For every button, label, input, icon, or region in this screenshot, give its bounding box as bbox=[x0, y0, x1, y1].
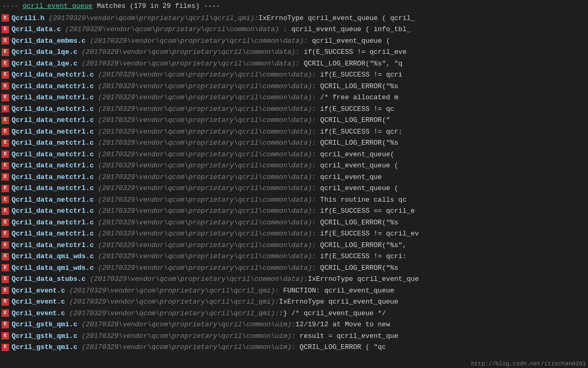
table-row[interactable]: E Qcril_gstk_qmi.c (20170329\vendor\qcom… bbox=[0, 319, 588, 331]
error-icon: E bbox=[2, 344, 9, 351]
table-row[interactable]: E Qcril_data_netctrl.c (20170329\vendor\… bbox=[0, 205, 588, 217]
table-row[interactable]: E Qcril_data_netctrl.c (20170329\vendor\… bbox=[0, 92, 588, 103]
error-icon: E bbox=[2, 298, 9, 306]
error-icon: E bbox=[2, 14, 9, 22]
table-row[interactable]: E Qcrili.h (20170329\vendor\qcom\proprie… bbox=[0, 13, 588, 24]
filename[interactable]: Qcril_data_netctrl.c bbox=[12, 128, 94, 136]
table-row[interactable]: E Qcril_data_netctrl.c (20170329\vendor\… bbox=[0, 217, 588, 229]
bottom-url: http://blog.csdn.net/itischan0201 bbox=[469, 360, 588, 368]
error-icon: E bbox=[2, 60, 9, 67]
table-row[interactable]: E Qcril_event.c (20170329\vendor\qcom\pr… bbox=[0, 285, 588, 297]
table-row[interactable]: E Qcril_data_embms.c (20170329\vendor\qc… bbox=[0, 35, 588, 47]
filename[interactable]: Qcril_event.c bbox=[12, 298, 65, 306]
code-snippet: qcril_event_queue ( bbox=[308, 37, 390, 45]
row-icon: E bbox=[0, 150, 11, 158]
filename[interactable]: Qcrili.h bbox=[12, 14, 44, 22]
code-snippet: QCRIL_LOG_ERROR("%s", "q bbox=[300, 60, 402, 68]
file-path: (20170329\vendor\qcom\proprietary\qcril\… bbox=[94, 116, 316, 124]
file-path: (20170329\vendor\qcom\proprietary\qcril\… bbox=[85, 37, 307, 45]
main-container: ---- qcril_event_queue Matches (179 in 2… bbox=[0, 0, 588, 368]
error-icon: E bbox=[2, 230, 9, 238]
table-row[interactable]: E Qcril_gstk_qmi.c (20170329\vendor\qcom… bbox=[0, 331, 588, 342]
filename[interactable]: Qcril_data_lqe.c bbox=[12, 48, 78, 56]
file-path: (20170329\vendor\qcom\proprietary\qcril\… bbox=[94, 162, 316, 169]
filename[interactable]: Qcril_data.c bbox=[12, 25, 61, 33]
filename[interactable]: Qcril_data_netctrl.c bbox=[12, 230, 94, 238]
file-path: (20170329\vendor\qcom\proprietary\qcril\… bbox=[94, 82, 316, 90]
filename[interactable]: Qcril_event.c bbox=[12, 287, 65, 295]
filename[interactable]: Qcril_data_netctrl.c bbox=[12, 82, 94, 90]
table-row[interactable]: E Qcril_data_stubs.c (20170329\vendor\qc… bbox=[0, 273, 588, 285]
filename[interactable]: Qcril_data_netctrl.c bbox=[12, 196, 94, 204]
filename[interactable]: Qcril_data_qmi_wds.c bbox=[12, 264, 94, 272]
filename[interactable]: Qcril_data_qmi_wds.c bbox=[12, 252, 94, 260]
table-row[interactable]: E Qcril_data_netctrl.c (20170329\vendor\… bbox=[0, 115, 588, 126]
code-snippet: if(E_SUCCESS != qc bbox=[316, 105, 394, 113]
filename[interactable]: Qcril_data_netctrl.c bbox=[12, 116, 94, 124]
code-snippet: qcril_event_que bbox=[316, 173, 382, 181]
row-content: Qcril_data_netctrl.c (20170329\vendor\qc… bbox=[11, 127, 588, 137]
error-icon: E bbox=[2, 128, 9, 135]
table-row[interactable]: E Qcril_data_netctrl.c (20170329\vendor\… bbox=[0, 137, 588, 149]
table-row[interactable]: E Qcril_data_netctrl.c (20170329\vendor\… bbox=[0, 103, 588, 115]
row-icon: E bbox=[0, 276, 11, 283]
table-row[interactable]: E Qcril_data_netctrl.c (20170329\vendor\… bbox=[0, 194, 588, 206]
table-row[interactable]: E Qcril_event.c (20170329\vendor\qcom\pr… bbox=[0, 296, 588, 308]
table-row[interactable]: E Qcril_data_netctrl.c (20170329\vendor\… bbox=[0, 240, 588, 251]
filename[interactable]: Qcril_data_netctrl.c bbox=[12, 150, 94, 158]
table-row[interactable]: E Qcril_gstk_qmi.c (20170329\vendor\qcom… bbox=[0, 342, 588, 353]
row-icon: E bbox=[0, 37, 11, 44]
row-content: Qcril_data_netctrl.c (20170329\vendor\qc… bbox=[11, 240, 588, 251]
code-snippet: if(E_SUCCESS == qcril_e bbox=[316, 207, 415, 215]
filename[interactable]: Qcril_data_netctrl.c bbox=[12, 139, 94, 147]
filename[interactable]: Qcril_data_embms.c bbox=[12, 37, 85, 45]
filename[interactable]: Qcril_data_netctrl.c bbox=[12, 93, 94, 101]
file-path: (20170329\vendor\qcom\proprietary\qcril\… bbox=[65, 287, 279, 295]
row-content: Qcril_data_netctrl.c (20170329\vendor\qc… bbox=[11, 115, 588, 126]
table-row[interactable]: E Qcril_data_qmi_wds.c (20170329\vendor\… bbox=[0, 251, 588, 262]
filename[interactable]: Qcril_data_netctrl.c bbox=[12, 219, 94, 227]
error-icon: E bbox=[2, 94, 9, 101]
filename[interactable]: Qcril_data_netctrl.c bbox=[12, 207, 94, 215]
row-content: Qcril_data_qmi_wds.c (20170329\vendor\qc… bbox=[11, 263, 588, 273]
filename[interactable]: Qcril_data_lqe.c bbox=[12, 60, 78, 68]
table-row[interactable]: E Qcril_data_netctrl.c (20170329\vendor\… bbox=[0, 126, 588, 138]
file-path: (20170329\vendor\qcom\proprietary\qcril\… bbox=[78, 320, 295, 328]
table-row[interactable]: E Qcril_data_netctrl.c (20170329\vendor\… bbox=[0, 149, 588, 161]
filename[interactable]: Qcril_data_netctrl.c bbox=[12, 71, 94, 79]
code-snippet: if(E_SUCCESS != qcr: bbox=[316, 128, 402, 136]
table-row[interactable]: E Qcril_event.c (20170329\vendor\qcom\pr… bbox=[0, 308, 588, 319]
filename[interactable]: Qcril_data_netctrl.c bbox=[12, 184, 94, 192]
table-row[interactable]: E Qcril_data_netctrl.c (20170329\vendor\… bbox=[0, 228, 588, 240]
code-snippet: This routine calls qc bbox=[316, 196, 407, 204]
file-path: (20170329\vendor\qcom\proprietary\qcril\… bbox=[94, 241, 316, 249]
table-row[interactable]: E Qcril_data_lqe.c (20170329\vendor\qcom… bbox=[0, 46, 588, 58]
table-row[interactable]: E Qcril_data_lqe.c (20170329\vendor\qcom… bbox=[0, 58, 588, 70]
filename[interactable]: Qcril_data_netctrl.c bbox=[12, 173, 94, 181]
filename[interactable]: Qcril_data_netctrl.c bbox=[12, 241, 94, 249]
table-row[interactable]: E Qcril_data.c (20170329\vendor\qcom\pro… bbox=[0, 24, 588, 35]
filename[interactable]: Qcril_gstk_qmi.c bbox=[12, 332, 78, 340]
code-snippet: if(E_SUCCESS != qcril_ev bbox=[316, 230, 419, 238]
filename[interactable]: Qcril_data_netctrl.c bbox=[12, 105, 94, 113]
row-content: Qcril_data_netctrl.c (20170329\vendor\qc… bbox=[11, 149, 588, 160]
table-row[interactable]: E Qcril_data_netctrl.c (20170329\vendor\… bbox=[0, 69, 588, 81]
table-row[interactable]: E Qcril_data_netctrl.c (20170329\vendor\… bbox=[0, 172, 588, 183]
code-snippet: qcril_event_queue( bbox=[316, 150, 394, 158]
file-path: (20170329\vendor\qcom\proprietary\qcril\… bbox=[94, 128, 316, 136]
filename[interactable]: Qcril_event.c bbox=[12, 309, 65, 317]
row-content: Qcril_data_netctrl.c (20170329\vendor\qc… bbox=[11, 229, 588, 239]
table-row[interactable]: E Qcril_data_netctrl.c (20170329\vendor\… bbox=[0, 160, 588, 172]
filename[interactable]: Qcril_gstk_qmi.c bbox=[12, 320, 78, 328]
filename[interactable]: Qcril_data_netctrl.c bbox=[12, 162, 94, 169]
table-row[interactable]: E Qcril_data_netctrl.c (20170329\vendor\… bbox=[0, 183, 588, 194]
error-icon: E bbox=[2, 49, 9, 56]
filename[interactable]: Qcril_gstk_qmi.c bbox=[12, 343, 78, 351]
table-row[interactable]: E Qcril_data_netctrl.c (20170329\vendor\… bbox=[0, 81, 588, 92]
search-term-link[interactable]: qcril_event_queue bbox=[23, 2, 93, 10]
table-row[interactable]: E Qcril_data_qmi_wds.c (20170329\vendor\… bbox=[0, 262, 588, 274]
filename[interactable]: Qcril_data_stubs.c bbox=[12, 275, 85, 283]
error-icon: E bbox=[2, 162, 9, 169]
error-icon: E bbox=[2, 82, 9, 90]
code-snippet: QCRIL_LOG_ERROR("%s bbox=[316, 264, 398, 272]
